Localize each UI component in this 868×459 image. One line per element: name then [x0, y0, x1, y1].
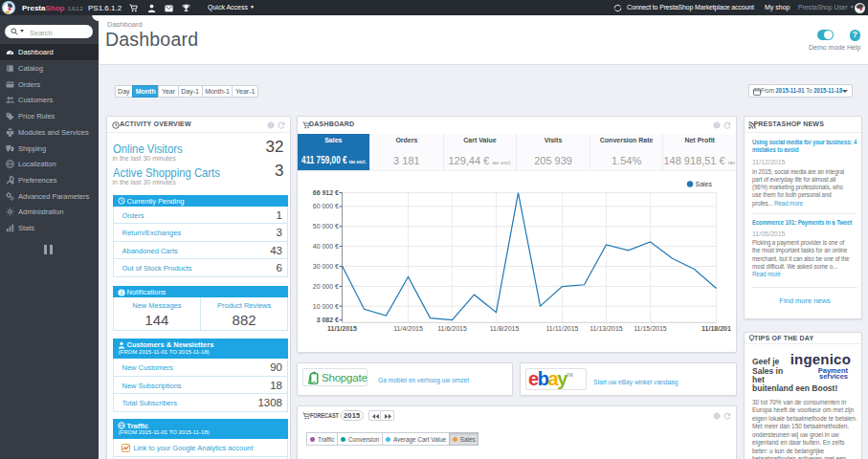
svg-text:30 000 €: 30 000 €	[312, 263, 338, 270]
svg-text:11/4/2015: 11/4/2015	[393, 325, 423, 332]
svg-text:40 000 €: 40 000 €	[312, 243, 338, 250]
svg-text:50 000 €: 50 000 €	[312, 223, 338, 230]
svg-text:11/13/2015: 11/13/2015	[590, 325, 623, 332]
svg-text:3 082 €: 3 082 €	[316, 317, 338, 323]
svg-text:11/1/2015: 11/1/2015	[327, 325, 357, 332]
svg-text:20 000 €: 20 000 €	[312, 283, 338, 290]
svg-text:11/6/2015: 11/6/2015	[437, 325, 467, 332]
svg-text:11/8/2015: 11/8/2015	[489, 325, 519, 332]
svg-text:66 912 €: 66 912 €	[312, 189, 338, 196]
svg-text:60 000 €: 60 000 €	[312, 203, 338, 209]
svg-text:10 000 €: 10 000 €	[312, 303, 338, 310]
svg-text:11/18/201: 11/18/201	[701, 325, 731, 332]
svg-text:11/11/2015: 11/11/2015	[545, 325, 578, 332]
svg-text:11/15/2015: 11/15/2015	[634, 325, 667, 332]
svg-text:Sales: Sales	[695, 181, 712, 187]
